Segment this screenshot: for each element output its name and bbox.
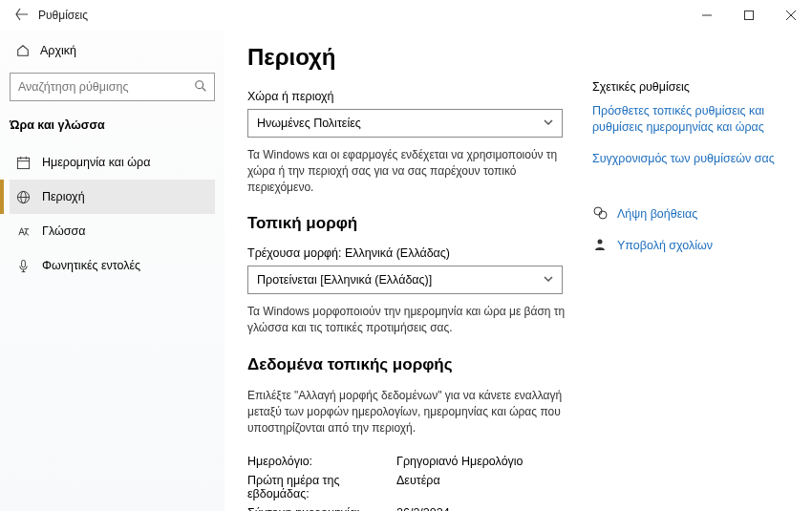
related-heading: Σχετικές ρυθμίσεις xyxy=(592,80,783,94)
sidebar-item-label: Γλώσσα xyxy=(42,224,85,238)
svg-rect-0 xyxy=(745,11,754,20)
language-icon xyxy=(15,224,31,239)
sidebar: Αρχική Ώρα και γλώσσα Ημερομηνία και ώρα… xyxy=(0,31,224,511)
country-value: Ηνωμένες Πολιτείες xyxy=(257,117,361,130)
sidebar-item-language[interactable]: Γλώσσα xyxy=(10,214,215,248)
format-heading: Τοπική μορφή xyxy=(247,214,592,233)
related-pane: Σχετικές ρυθμίσεις Πρόσθετες τοπικές ρυθ… xyxy=(592,44,783,511)
data-row: Πρώτη ημέρα της εβδομάδας:Δευτέρα xyxy=(247,474,592,500)
svg-rect-2 xyxy=(17,158,29,168)
related-link-sync[interactable]: Συγχρονισμός των ρυθμίσεών σας xyxy=(592,151,783,167)
get-help-link[interactable]: Λήψη βοήθειας xyxy=(592,205,783,224)
feedback-icon xyxy=(592,237,608,255)
format-value: Προτείνεται [Ελληνικά (Ελλάδας)] xyxy=(257,273,432,287)
titlebar: Ρυθμίσεις xyxy=(0,0,812,31)
content-area: Περιοχή Χώρα ή περιοχή Ηνωμένες Πολιτείε… xyxy=(247,44,592,511)
give-feedback-link[interactable]: Υποβολή σχολίων xyxy=(592,237,783,255)
sidebar-item-label: Ημερομηνία και ώρα xyxy=(42,156,150,169)
sidebar-item-speech[interactable]: Φωνητικές εντολές xyxy=(10,248,215,283)
microphone-icon xyxy=(15,259,31,273)
sidebar-item-label: Φωνητικές εντολές xyxy=(42,259,140,272)
search-icon xyxy=(194,79,207,96)
country-label: Χώρα ή περιοχή xyxy=(247,90,592,103)
search-input[interactable] xyxy=(10,73,215,101)
chevron-down-icon xyxy=(544,273,553,287)
search-box[interactable] xyxy=(10,73,215,101)
data-desc: Επιλέξτε "Αλλαγή μορφής δεδομένων" για ν… xyxy=(247,388,582,436)
country-desc: Τα Windows και οι εφαρμογές ενδέχεται να… xyxy=(247,147,582,195)
globe-icon xyxy=(15,190,31,204)
back-button[interactable] xyxy=(10,8,34,24)
data-row: Ημερολόγιο:Γρηγοριανό Ημερολόγιο xyxy=(247,455,592,468)
svg-point-6 xyxy=(594,207,602,215)
calendar-icon xyxy=(15,156,31,170)
data-heading: Δεδομένα τοπικής μορφής xyxy=(247,355,592,374)
sidebar-item-label: Περιοχή xyxy=(42,190,85,203)
related-link-additional[interactable]: Πρόσθετες τοπικές ρυθμίσεις και ρυθμίσει… xyxy=(592,103,783,136)
format-current: Τρέχουσα μορφή: Ελληνικά (Ελλάδας) xyxy=(247,246,592,260)
format-desc: Τα Windows μορφοποιούν την ημερομηνία κα… xyxy=(247,304,582,336)
sidebar-section-title: Ώρα και γλώσσα xyxy=(10,118,215,132)
home-link[interactable]: Αρχική xyxy=(10,38,215,63)
window-title: Ρυθμίσεις xyxy=(38,9,88,22)
svg-point-8 xyxy=(598,239,603,244)
maximize-button[interactable] xyxy=(728,0,770,31)
format-dropdown[interactable]: Προτείνεται [Ελληνικά (Ελλάδας)] xyxy=(247,266,563,294)
svg-point-7 xyxy=(599,211,607,219)
home-label: Αρχική xyxy=(40,44,76,57)
close-button[interactable] xyxy=(770,0,812,31)
chevron-down-icon xyxy=(544,117,553,130)
home-icon xyxy=(15,44,31,57)
help-icon xyxy=(592,205,608,224)
svg-point-1 xyxy=(196,81,203,89)
sidebar-item-region[interactable]: Περιοχή xyxy=(10,180,215,214)
minimize-button[interactable] xyxy=(686,0,728,31)
svg-rect-5 xyxy=(21,260,25,267)
sidebar-item-datetime[interactable]: Ημερομηνία και ώρα xyxy=(10,145,215,180)
data-row: Σύντομη ημερομηνία:26/2/2024 xyxy=(247,506,592,511)
country-dropdown[interactable]: Ηνωμένες Πολιτείες xyxy=(247,109,563,138)
page-heading: Περιοχή xyxy=(247,44,592,71)
